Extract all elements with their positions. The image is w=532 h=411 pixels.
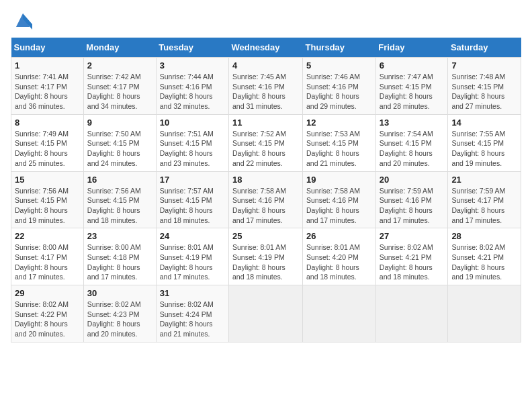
col-header-sunday: Sunday: [11, 38, 84, 58]
day-info: Sunrise: 7:56 AMSunset: 4:15 PMDaylight:…: [87, 186, 152, 226]
day-number: 19: [306, 175, 372, 185]
calendar-cell: [303, 285, 376, 342]
day-number: 7: [451, 60, 517, 71]
calendar-week-1: 1Sunrise: 7:41 AMSunset: 4:17 PMDaylight…: [11, 58, 521, 115]
day-info: Sunrise: 7:58 AMSunset: 4:16 PMDaylight:…: [232, 186, 299, 226]
calendar-cell: 4Sunrise: 7:45 AMSunset: 4:16 PMDaylight…: [229, 58, 303, 115]
calendar-cell: 19Sunrise: 7:58 AMSunset: 4:16 PMDayligh…: [303, 171, 376, 228]
day-info: Sunrise: 7:52 AMSunset: 4:15 PMDaylight:…: [232, 129, 299, 169]
day-info: Sunrise: 7:48 AMSunset: 4:15 PMDaylight:…: [451, 72, 517, 111]
page-header: [11, 11, 521, 30]
calendar-cell: 23Sunrise: 8:00 AMSunset: 4:18 PMDayligh…: [83, 228, 156, 285]
day-number: 10: [160, 118, 225, 128]
calendar-cell: 21Sunrise: 7:59 AMSunset: 4:17 PMDayligh…: [448, 171, 521, 228]
calendar-cell: 16Sunrise: 7:56 AMSunset: 4:15 PMDayligh…: [83, 171, 156, 228]
day-info: Sunrise: 7:53 AMSunset: 4:15 PMDaylight:…: [306, 129, 372, 169]
calendar-cell: 29Sunrise: 8:02 AMSunset: 4:22 PMDayligh…: [11, 285, 84, 342]
calendar-cell: 18Sunrise: 7:58 AMSunset: 4:16 PMDayligh…: [229, 171, 303, 228]
day-number: 20: [380, 175, 445, 185]
calendar-cell: 31Sunrise: 8:02 AMSunset: 4:24 PMDayligh…: [156, 285, 228, 342]
col-header-saturday: Saturday: [448, 38, 521, 58]
day-number: 14: [451, 118, 517, 128]
calendar-week-3: 15Sunrise: 7:56 AMSunset: 4:15 PMDayligh…: [11, 171, 521, 228]
day-info: Sunrise: 7:44 AMSunset: 4:16 PMDaylight:…: [160, 72, 225, 111]
col-header-thursday: Thursday: [303, 38, 376, 58]
day-info: Sunrise: 7:56 AMSunset: 4:15 PMDaylight:…: [15, 186, 80, 226]
day-info: Sunrise: 7:50 AMSunset: 4:15 PMDaylight:…: [87, 129, 152, 169]
day-info: Sunrise: 8:02 AMSunset: 4:21 PMDaylight:…: [380, 242, 445, 282]
day-number: 22: [15, 231, 80, 241]
day-info: Sunrise: 8:02 AMSunset: 4:21 PMDaylight:…: [451, 242, 517, 282]
calendar-cell: 3Sunrise: 7:44 AMSunset: 4:16 PMDaylight…: [156, 58, 228, 115]
day-info: Sunrise: 7:41 AMSunset: 4:17 PMDaylight:…: [15, 72, 80, 111]
day-number: 28: [451, 231, 517, 241]
calendar-header-row: SundayMondayTuesdayWednesdayThursdayFrid…: [11, 38, 521, 58]
day-info: Sunrise: 8:02 AMSunset: 4:24 PMDaylight:…: [160, 300, 225, 339]
day-info: Sunrise: 7:42 AMSunset: 4:17 PMDaylight:…: [87, 72, 152, 111]
calendar-cell: 20Sunrise: 7:59 AMSunset: 4:16 PMDayligh…: [375, 171, 448, 228]
day-number: 16: [87, 175, 152, 185]
day-info: Sunrise: 7:55 AMSunset: 4:15 PMDaylight:…: [451, 129, 517, 169]
calendar-cell: [375, 285, 448, 342]
calendar-cell: 7Sunrise: 7:48 AMSunset: 4:15 PMDaylight…: [448, 58, 521, 115]
day-info: Sunrise: 8:01 AMSunset: 4:20 PMDaylight:…: [306, 242, 372, 282]
calendar-cell: [229, 285, 303, 342]
day-number: 27: [380, 231, 445, 241]
day-number: 4: [232, 60, 299, 71]
day-info: Sunrise: 7:45 AMSunset: 4:16 PMDaylight:…: [232, 72, 299, 111]
day-info: Sunrise: 7:46 AMSunset: 4:16 PMDaylight:…: [306, 72, 372, 111]
calendar-cell: 11Sunrise: 7:52 AMSunset: 4:15 PMDayligh…: [229, 114, 303, 171]
day-info: Sunrise: 7:59 AMSunset: 4:17 PMDaylight:…: [451, 186, 517, 226]
day-info: Sunrise: 7:57 AMSunset: 4:15 PMDaylight:…: [160, 186, 225, 226]
day-number: 5: [306, 60, 372, 71]
calendar-cell: [448, 285, 521, 342]
calendar-cell: 30Sunrise: 8:02 AMSunset: 4:23 PMDayligh…: [83, 285, 156, 342]
day-number: 30: [87, 288, 152, 298]
calendar-cell: 14Sunrise: 7:55 AMSunset: 4:15 PMDayligh…: [448, 114, 521, 171]
day-number: 13: [380, 118, 445, 128]
calendar-cell: 26Sunrise: 8:01 AMSunset: 4:20 PMDayligh…: [303, 228, 376, 285]
calendar-cell: 24Sunrise: 8:01 AMSunset: 4:19 PMDayligh…: [156, 228, 228, 285]
calendar-cell: 5Sunrise: 7:46 AMSunset: 4:16 PMDaylight…: [303, 58, 376, 115]
day-info: Sunrise: 7:54 AMSunset: 4:15 PMDaylight:…: [380, 129, 445, 169]
day-info: Sunrise: 8:00 AMSunset: 4:18 PMDaylight:…: [87, 242, 152, 282]
calendar-cell: 28Sunrise: 8:02 AMSunset: 4:21 PMDayligh…: [448, 228, 521, 285]
day-info: Sunrise: 8:00 AMSunset: 4:17 PMDaylight:…: [15, 242, 80, 282]
day-number: 11: [232, 118, 299, 128]
calendar-week-4: 22Sunrise: 8:00 AMSunset: 4:17 PMDayligh…: [11, 228, 521, 285]
logo: [11, 11, 32, 30]
day-number: 8: [15, 118, 80, 128]
day-number: 23: [87, 231, 152, 241]
calendar-cell: 1Sunrise: 7:41 AMSunset: 4:17 PMDaylight…: [11, 58, 84, 115]
calendar-cell: 8Sunrise: 7:49 AMSunset: 4:15 PMDaylight…: [11, 114, 84, 171]
day-info: Sunrise: 7:47 AMSunset: 4:15 PMDaylight:…: [380, 72, 445, 111]
day-info: Sunrise: 8:01 AMSunset: 4:19 PMDaylight:…: [232, 242, 299, 282]
day-number: 25: [232, 231, 299, 241]
day-number: 15: [15, 175, 80, 185]
calendar-cell: 10Sunrise: 7:51 AMSunset: 4:15 PMDayligh…: [156, 114, 228, 171]
calendar-table: SundayMondayTuesdayWednesdayThursdayFrid…: [11, 38, 521, 342]
col-header-tuesday: Tuesday: [156, 38, 228, 58]
calendar-cell: 27Sunrise: 8:02 AMSunset: 4:21 PMDayligh…: [375, 228, 448, 285]
day-number: 1: [15, 60, 80, 71]
col-header-wednesday: Wednesday: [229, 38, 303, 58]
calendar-cell: 6Sunrise: 7:47 AMSunset: 4:15 PMDaylight…: [375, 58, 448, 115]
day-number: 29: [15, 288, 80, 298]
day-info: Sunrise: 7:49 AMSunset: 4:15 PMDaylight:…: [15, 129, 80, 169]
day-info: Sunrise: 7:59 AMSunset: 4:16 PMDaylight:…: [380, 186, 445, 226]
day-number: 12: [306, 118, 372, 128]
logo-icon: [13, 11, 32, 30]
day-number: 24: [160, 231, 225, 241]
day-number: 18: [232, 175, 299, 185]
day-number: 26: [306, 231, 372, 241]
day-number: 21: [451, 175, 517, 185]
col-header-monday: Monday: [83, 38, 156, 58]
calendar-cell: 2Sunrise: 7:42 AMSunset: 4:17 PMDaylight…: [83, 58, 156, 115]
calendar-cell: 9Sunrise: 7:50 AMSunset: 4:15 PMDaylight…: [83, 114, 156, 171]
day-info: Sunrise: 7:51 AMSunset: 4:15 PMDaylight:…: [160, 129, 225, 169]
calendar-week-2: 8Sunrise: 7:49 AMSunset: 4:15 PMDaylight…: [11, 114, 521, 171]
day-number: 3: [160, 60, 225, 71]
day-info: Sunrise: 8:01 AMSunset: 4:19 PMDaylight:…: [160, 242, 225, 282]
day-number: 6: [380, 60, 445, 71]
col-header-friday: Friday: [375, 38, 448, 58]
